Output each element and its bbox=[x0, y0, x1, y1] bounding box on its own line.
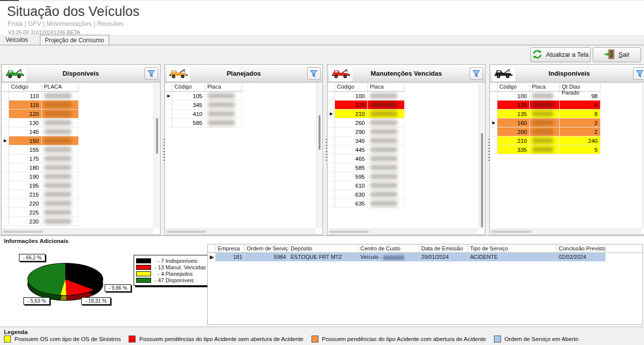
placa-cell-redacted bbox=[368, 101, 405, 109]
placa-cell-redacted bbox=[205, 118, 242, 127]
scrollbar-thumb[interactable] bbox=[156, 118, 158, 154]
vehicle-row[interactable]: 595 bbox=[328, 172, 405, 181]
column-header[interactable]: Código bbox=[172, 83, 205, 91]
vehicle-row[interactable]: ▶210 bbox=[328, 110, 405, 118]
filter-button[interactable] bbox=[145, 67, 158, 80]
horizontal-scrollbar[interactable] bbox=[165, 229, 316, 234]
vehicle-row[interactable]: 220 bbox=[2, 199, 79, 208]
vehicle-row[interactable]: 1358 bbox=[490, 110, 601, 118]
vehicle-row[interactable]: 610 bbox=[328, 181, 405, 190]
vehicle-row[interactable]: 175 bbox=[2, 154, 79, 163]
vehicle-row[interactable]: 155 bbox=[2, 145, 79, 154]
scrollbar-thumb[interactable] bbox=[166, 230, 206, 233]
vehicle-row[interactable]: 190 bbox=[2, 172, 79, 181]
tipo-servico-cell: ACIDENTE bbox=[468, 253, 557, 261]
vertical-scrollbar[interactable] bbox=[316, 83, 322, 229]
vehicle-row[interactable]: 225 bbox=[2, 208, 79, 217]
vehicle-row[interactable]: 110 bbox=[2, 92, 79, 101]
vehicle-row[interactable]: 3355 bbox=[490, 145, 601, 154]
redacted-plate bbox=[370, 192, 397, 197]
scrollbar-thumb[interactable] bbox=[329, 230, 369, 233]
vehicle-row[interactable]: ▶1602 bbox=[490, 118, 601, 127]
legend-item-label: Ordem de Serviço em Aberto bbox=[504, 336, 578, 342]
codigo-cell: 210 bbox=[335, 110, 368, 118]
vehicle-row[interactable]: 630 bbox=[328, 190, 405, 199]
vehicle-status-pie bbox=[27, 263, 103, 296]
vehicle-row[interactable]: ▶105 bbox=[165, 92, 242, 101]
placa-cell-redacted bbox=[205, 101, 242, 109]
exit-door-icon bbox=[604, 49, 615, 61]
vehicle-row[interactable]: 465 bbox=[328, 154, 405, 163]
vehicle-row[interactable]: 2002 bbox=[490, 127, 601, 136]
redacted-plate bbox=[208, 120, 235, 125]
orders-table-row[interactable]: ▶1815984ESTOQUE FRT MTZVeículo - 29/01/2… bbox=[208, 253, 643, 261]
filter-button[interactable] bbox=[470, 67, 483, 80]
scrollbar-thumb[interactable] bbox=[481, 133, 483, 228]
column-header[interactable]: Código bbox=[497, 83, 530, 91]
vertical-scrollbar[interactable] bbox=[154, 83, 160, 229]
vehicle-row[interactable]: 345 bbox=[328, 136, 405, 145]
pie-label-planejados: - 5,63 % bbox=[23, 297, 50, 305]
vehicle-row[interactable]: ▶150 bbox=[2, 136, 79, 145]
row-selector bbox=[165, 118, 172, 127]
tab-projecao-de-consumo[interactable]: Projeção de Consumo bbox=[40, 35, 109, 45]
vehicle-row[interactable]: 145 bbox=[2, 127, 79, 136]
vehicle-row[interactable]: 195 bbox=[2, 181, 79, 190]
scrollbar-thumb[interactable] bbox=[491, 230, 531, 233]
orders-column-header[interactable]: Data de Emissão bbox=[419, 244, 468, 252]
vehicle-row[interactable]: 635 bbox=[328, 199, 405, 208]
column-header[interactable]: Placa bbox=[530, 83, 560, 91]
vertical-scrollbar[interactable] bbox=[479, 83, 484, 229]
exit-button[interactable]: Sair bbox=[593, 47, 641, 62]
legend-count: - 4 bbox=[151, 271, 164, 277]
vehicle-row[interactable]: 215 bbox=[2, 190, 79, 199]
qt-dias-parado-cell: 8 bbox=[560, 110, 601, 118]
vehicle-row[interactable]: 290 bbox=[328, 127, 405, 136]
orders-table-header: EmpresaOrdem de ServiçoDepósitoCentro de… bbox=[208, 244, 643, 253]
placa-cell-redacted bbox=[42, 110, 79, 118]
placa-cell-redacted bbox=[205, 110, 242, 118]
vehicle-row[interactable]: 210240 bbox=[490, 136, 601, 145]
column-header[interactable]: Placa bbox=[368, 83, 405, 91]
column-header[interactable]: Código bbox=[335, 83, 368, 91]
vehicle-row[interactable]: 125 bbox=[328, 101, 405, 110]
horizontal-scrollbar[interactable] bbox=[328, 229, 478, 234]
filter-funnel-icon bbox=[472, 70, 481, 78]
placa-cell-redacted bbox=[368, 199, 405, 208]
qt-dias-parado-cell: 240 bbox=[560, 136, 601, 145]
vehicle-row[interactable]: 345 bbox=[165, 101, 242, 110]
vehicle-row[interactable]: 1256 bbox=[490, 101, 601, 110]
vertical-scrollbar[interactable] bbox=[642, 83, 644, 229]
vehicle-row[interactable]: 130 bbox=[2, 118, 79, 127]
orders-column-header[interactable]: Centro de Custo bbox=[358, 244, 419, 252]
vehicle-row[interactable]: 410 bbox=[165, 110, 242, 118]
scrollbar-thumb[interactable] bbox=[3, 230, 43, 233]
filter-button[interactable] bbox=[307, 67, 321, 80]
horizontal-scrollbar[interactable] bbox=[2, 229, 153, 234]
orders-column-header[interactable]: Conclusão Prevista bbox=[557, 244, 606, 252]
vehicle-row[interactable]: 585 bbox=[328, 163, 405, 172]
vehicle-row[interactable]: 100 bbox=[328, 92, 405, 101]
column-header[interactable]: Qt Dias Parado bbox=[560, 83, 601, 91]
tab-veiculos[interactable]: Veículos bbox=[1, 35, 32, 45]
column-header[interactable]: PLACA bbox=[42, 83, 79, 91]
refresh-button[interactable]: Atualizar a Tela bbox=[530, 47, 591, 62]
column-header[interactable]: Placa bbox=[205, 83, 242, 91]
placa-cell-redacted bbox=[42, 199, 79, 208]
vehicle-row[interactable]: 120 bbox=[2, 110, 79, 118]
vehicle-row[interactable]: 585 bbox=[165, 118, 242, 127]
orders-column-header[interactable]: Empresa bbox=[216, 244, 245, 252]
vehicle-row[interactable]: 230 bbox=[2, 217, 79, 226]
vehicle-row[interactable]: 445 bbox=[328, 145, 405, 154]
orders-column-header[interactable]: Ordem de Serviço bbox=[245, 244, 289, 252]
vehicle-row[interactable]: 10098 bbox=[490, 92, 601, 101]
vehicle-row[interactable]: 260 bbox=[328, 118, 405, 127]
orders-column-header[interactable]: Tipo de Serviço bbox=[468, 244, 557, 252]
orders-column-header[interactable]: Depósito bbox=[289, 244, 358, 252]
vehicle-row[interactable]: 180 bbox=[2, 163, 79, 172]
column-header[interactable]: Código bbox=[9, 83, 42, 91]
vehicle-row[interactable]: 115 bbox=[2, 101, 79, 110]
filter-button[interactable] bbox=[633, 67, 644, 80]
horizontal-scrollbar[interactable] bbox=[490, 229, 642, 234]
scrollbar-thumb[interactable] bbox=[319, 115, 321, 150]
